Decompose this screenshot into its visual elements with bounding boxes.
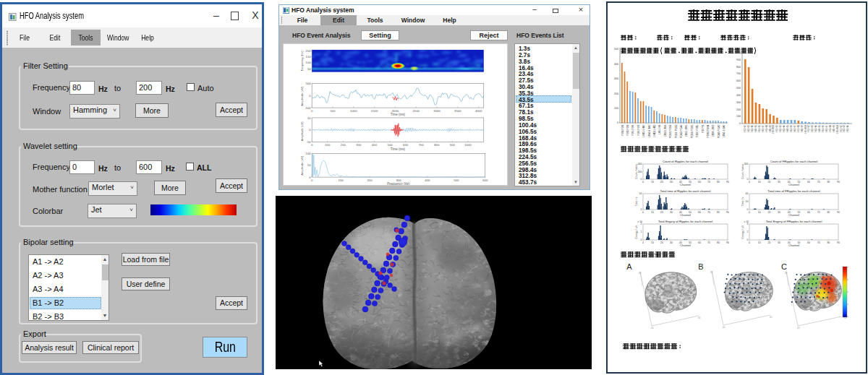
svg-text:PCB2-PCB3: PCB2-PCB3 — [675, 124, 678, 138]
svg-text:Count / times: Count / times — [741, 164, 744, 179]
svg-text:20: 20 — [660, 211, 663, 214]
svg-text:300: 300 — [614, 77, 618, 80]
svg-text:10: 10 — [651, 181, 654, 184]
svg-text:H7-H8: H7-H8 — [765, 125, 768, 132]
svg-text:70: 70 — [817, 211, 820, 214]
svg-text:500: 500 — [736, 87, 741, 90]
svg-text:0: 0 — [642, 181, 644, 184]
svg-text:500: 500 — [330, 109, 336, 113]
svg-text:Amplitude (uV): Amplitude (uV) — [300, 86, 304, 105]
svg-text:Total time of Ripples for each: Total time of Ripples for each channel — [660, 189, 711, 193]
svg-text:50: 50 — [307, 116, 311, 120]
svg-text:H9-H10: H9-H10 — [836, 125, 839, 133]
svg-text:PCA8-PCA7: PCA8-PCA7 — [718, 124, 720, 138]
svg-text:H6-H7: H6-H7 — [825, 125, 828, 132]
svg-text:30: 30 — [670, 241, 673, 244]
svg-text:4: 4 — [747, 223, 749, 225]
svg-text:80: 80 — [827, 181, 830, 184]
svg-text:2: 2 — [641, 223, 642, 225]
svg-text:90: 90 — [837, 181, 840, 184]
svg-text:0: 0 — [739, 122, 741, 125]
svg-text:H4-H5: H4-H5 — [818, 125, 821, 132]
svg-text:300: 300 — [356, 143, 362, 147]
svg-text:400: 400 — [425, 178, 430, 182]
svg-text:3000: 3000 — [433, 109, 441, 113]
svg-text:0: 0 — [309, 128, 311, 132]
svg-text:H4-H5: H4-H5 — [786, 125, 789, 132]
svg-text:LTB3-LTB5: LTB3-LTB5 — [685, 124, 688, 137]
svg-text:LH11-LH12: LH11-LH12 — [653, 124, 656, 137]
svg-text:400: 400 — [638, 163, 642, 165]
svg-text:80: 80 — [717, 181, 720, 184]
svg-text:Total Engery of FRipples for e: Total Engery of FRipples for each channe… — [766, 220, 822, 223]
svg-text:200: 200 — [367, 178, 373, 182]
svg-text:30: 30 — [670, 211, 673, 214]
svg-text:10: 10 — [651, 211, 654, 214]
svg-text:10: 10 — [758, 241, 761, 244]
svg-text:C: C — [781, 262, 787, 271]
svg-text:-500: -500 — [305, 106, 311, 110]
svg-text:90: 90 — [726, 241, 729, 244]
svg-text:800: 800 — [736, 66, 741, 69]
svg-text:P3I5-P3I6: P3I5-P3I6 — [631, 124, 634, 135]
svg-text:-40: -40 — [722, 326, 726, 329]
svg-text:100: 100 — [614, 107, 618, 110]
svg-text:600: 600 — [736, 79, 741, 82]
svg-text:0: 0 — [311, 143, 313, 147]
svg-text:80: 80 — [717, 211, 720, 214]
svg-text:H4-H5: H4-H5 — [754, 125, 757, 132]
svg-text:600: 600 — [482, 178, 488, 182]
svg-text:60: 60 — [698, 316, 701, 319]
svg-text:60: 60 — [807, 181, 810, 184]
svg-text:A: A — [626, 262, 632, 271]
svg-text:Channel: Channel — [680, 183, 691, 186]
svg-text:PCB4-PCB5: PCB4-PCB5 — [691, 124, 694, 138]
svg-text:2: 2 — [747, 230, 749, 233]
svg-text:400: 400 — [736, 94, 741, 97]
svg-text:P3I6-P3I7: P3I6-P3I7 — [637, 124, 640, 135]
svg-text:40: 40 — [710, 271, 713, 274]
svg-text:0: 0 — [642, 211, 644, 214]
svg-text:70: 70 — [707, 241, 710, 244]
svg-text:Channel: Channel — [788, 243, 799, 247]
svg-text:500: 500 — [306, 82, 312, 85]
svg-text:700: 700 — [736, 72, 741, 75]
svg-text:H2-H3: H2-H3 — [811, 125, 814, 132]
svg-text:0: 0 — [309, 94, 311, 98]
svg-text:PCB3-PCB4: PCB3-PCB4 — [669, 124, 672, 138]
svg-text:500: 500 — [744, 163, 749, 165]
svg-text:H9-H10: H9-H10 — [804, 125, 807, 133]
svg-text:100: 100 — [306, 61, 312, 64]
svg-text:400: 400 — [372, 143, 378, 147]
svg-text:80: 80 — [717, 241, 720, 244]
svg-text:300: 300 — [396, 178, 401, 182]
svg-text:x 10: x 10 — [744, 220, 749, 223]
svg-text:Count of FRipples for each cha: Count of FRipples for each channel — [770, 160, 818, 163]
svg-text:100: 100 — [339, 178, 344, 182]
svg-text:200: 200 — [638, 171, 642, 173]
svg-text:600: 600 — [403, 143, 409, 147]
svg-text:LTA3 4-TA7: LTA3 4-TA7 — [648, 124, 651, 137]
svg-text:H6-H7: H6-H7 — [793, 125, 796, 132]
svg-text:H2-H3: H2-H3 — [843, 125, 846, 132]
svg-text:50: 50 — [307, 163, 311, 167]
svg-text:H8-H9: H8-H9 — [801, 125, 804, 132]
svg-text:700: 700 — [419, 143, 425, 147]
svg-text:Time / s: Time / s — [741, 197, 744, 206]
svg-text:200: 200 — [736, 108, 741, 111]
svg-text:70: 70 — [707, 181, 710, 184]
svg-text:H7-H8: H7-H8 — [797, 125, 800, 132]
svg-text:1: 1 — [641, 230, 642, 233]
svg-text:10: 10 — [651, 241, 654, 244]
svg-text:900: 900 — [450, 143, 456, 147]
svg-text:30: 30 — [778, 211, 780, 214]
svg-text:Channel: Channel — [680, 213, 691, 217]
svg-text:900: 900 — [736, 59, 741, 61]
svg-text:200: 200 — [306, 49, 312, 53]
svg-text:Amplitude (uV): Amplitude (uV) — [300, 155, 304, 175]
svg-text:H3-H4: H3-H4 — [783, 125, 786, 132]
svg-text:400: 400 — [614, 63, 618, 66]
svg-text:20: 20 — [746, 200, 749, 203]
svg-text:P3I-PI5: P3I-PI5 — [702, 124, 705, 132]
svg-text:H2-H3: H2-H3 — [779, 125, 782, 132]
